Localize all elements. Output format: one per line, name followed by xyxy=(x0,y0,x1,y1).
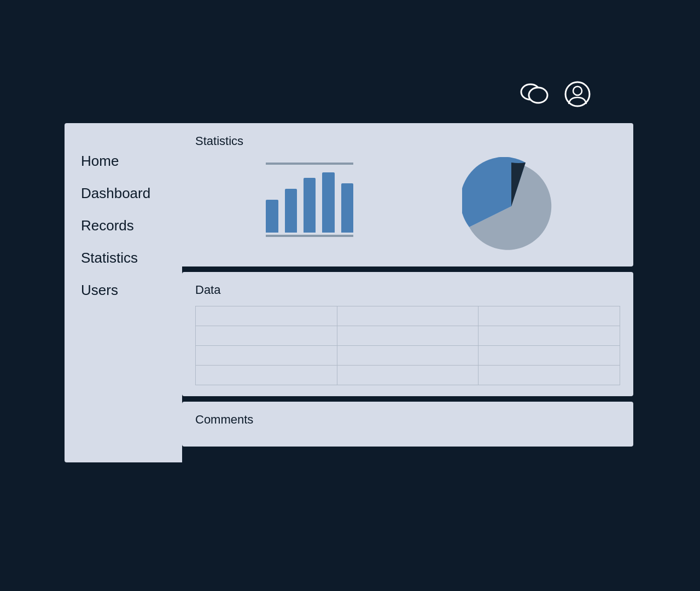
table-cell xyxy=(337,306,479,326)
chat-icon[interactable] xyxy=(520,83,551,107)
statistics-panel: Statistics xyxy=(182,123,633,266)
bar-chart-bottom-line xyxy=(266,235,353,237)
table-cell xyxy=(337,326,479,346)
table-cell xyxy=(196,306,337,326)
sidebar-item-dashboard[interactable]: Dashboard xyxy=(81,177,182,210)
table-cell xyxy=(196,366,337,385)
table-row xyxy=(196,326,620,346)
table-row xyxy=(196,366,620,385)
charts-row xyxy=(195,157,620,256)
bar-chart xyxy=(255,163,364,250)
table-cell xyxy=(196,346,337,366)
sidebar-item-users[interactable]: Users xyxy=(81,274,182,306)
table-cell xyxy=(196,326,337,346)
table-cell xyxy=(337,366,479,385)
user-icon[interactable] xyxy=(564,81,591,109)
table-cell xyxy=(479,306,620,326)
table-row xyxy=(196,306,620,326)
svg-point-3 xyxy=(573,86,582,95)
data-title: Data xyxy=(195,283,620,297)
svg-point-1 xyxy=(529,88,547,103)
table-row xyxy=(196,346,620,366)
sidebar: Home Dashboard Records Statistics Users xyxy=(65,123,182,462)
sidebar-item-home[interactable]: Home xyxy=(81,145,182,177)
table-cell xyxy=(479,346,620,366)
bar-4 xyxy=(322,172,334,233)
table-cell xyxy=(337,346,479,366)
bar-1 xyxy=(266,200,278,233)
pie-chart xyxy=(462,157,561,256)
sidebar-item-records[interactable]: Records xyxy=(81,210,182,242)
table-cell xyxy=(479,366,620,385)
bar-2 xyxy=(285,189,297,233)
comments-panel: Comments xyxy=(182,402,633,447)
bar-chart-top-line xyxy=(266,163,353,165)
main-container: Home Dashboard Records Statistics Users … xyxy=(65,123,633,462)
comments-title: Comments xyxy=(195,413,620,427)
statistics-title: Statistics xyxy=(195,134,620,148)
data-table xyxy=(195,306,620,385)
table-cell xyxy=(479,326,620,346)
sidebar-item-statistics[interactable]: Statistics xyxy=(81,242,182,274)
bar-5 xyxy=(341,183,353,233)
header-icons xyxy=(520,81,591,109)
data-panel: Data xyxy=(182,272,633,396)
content-area: Statistics xyxy=(182,123,633,462)
bars-container xyxy=(266,167,353,233)
bar-3 xyxy=(304,178,316,233)
